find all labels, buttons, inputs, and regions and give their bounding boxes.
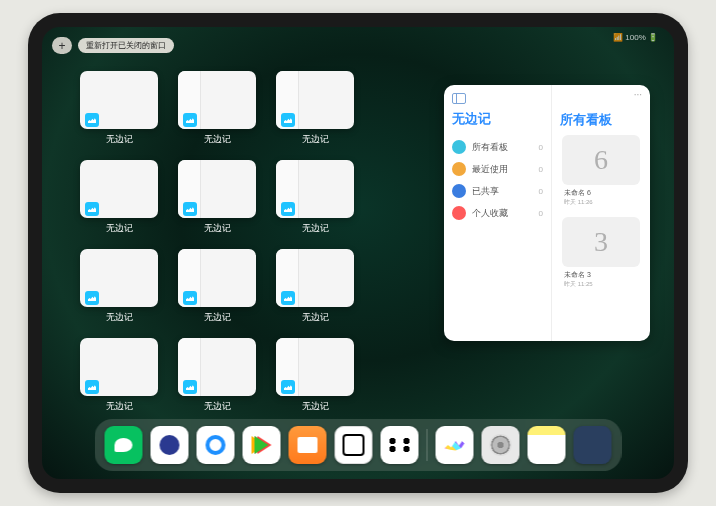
panel-boards: 所有看板 6未命名 6昨天 11:263未命名 3昨天 11:25 (552, 85, 650, 341)
settings-icon[interactable] (482, 426, 520, 464)
window-thumbnail[interactable] (276, 249, 354, 307)
nodes-icon[interactable] (381, 426, 419, 464)
quark-icon[interactable] (151, 426, 189, 464)
nav-item-count: 0 (539, 143, 543, 152)
freeform-app-icon (281, 291, 295, 305)
ipad-frame: 📶 100% 🔋 + 重新打开已关闭的窗口 无边记无边记无边记无边记无边记无边记… (28, 13, 688, 493)
dice-icon[interactable] (335, 426, 373, 464)
nav-item[interactable]: 最近使用0 (452, 158, 543, 180)
board-label: 未命名 6 (562, 188, 640, 198)
board-timestamp: 昨天 11:25 (562, 280, 640, 289)
freeform-app-icon (281, 380, 295, 394)
nav-item[interactable]: 个人收藏0 (452, 202, 543, 224)
window-label: 无边记 (302, 311, 329, 324)
freeform-sidebar-panel[interactable]: ··· 无边记 所有看板0最近使用0已共享0个人收藏0 所有看板 6未命名 6昨… (444, 85, 650, 341)
new-window-button[interactable]: + (52, 37, 72, 54)
window-thumbnail[interactable] (80, 71, 158, 129)
play-icon[interactable] (243, 426, 281, 464)
books-icon[interactable] (289, 426, 327, 464)
app-window[interactable]: 无边记 (80, 71, 158, 146)
window-thumbnail[interactable] (276, 71, 354, 129)
dock-divider (427, 429, 428, 461)
app-window[interactable]: 无边记 (276, 338, 354, 413)
board-label: 未命名 3 (562, 270, 640, 280)
app-window[interactable]: 无边记 (178, 338, 256, 413)
top-controls: + 重新打开已关闭的窗口 (52, 37, 174, 54)
nav-item[interactable]: 所有看板0 (452, 136, 543, 158)
app-window[interactable]: 无边记 (80, 249, 158, 324)
window-label: 无边记 (106, 222, 133, 235)
freeform-app-icon (281, 113, 295, 127)
window-label: 无边记 (302, 400, 329, 413)
more-options-button[interactable]: ··· (634, 89, 642, 100)
dock (95, 419, 622, 471)
nav-item[interactable]: 已共享0 (452, 180, 543, 202)
notes-icon[interactable] (528, 426, 566, 464)
nav-item-count: 0 (539, 209, 543, 218)
window-thumbnail[interactable] (80, 338, 158, 396)
window-thumbnail[interactable] (80, 160, 158, 218)
nav-item-label: 所有看板 (472, 141, 508, 154)
board-card[interactable]: 3未命名 3昨天 11:25 (562, 217, 640, 289)
freeform-app-icon (85, 113, 99, 127)
window-thumbnail[interactable] (178, 71, 256, 129)
nav-item-icon (452, 140, 466, 154)
window-thumbnail[interactable] (178, 160, 256, 218)
panel-navigation: 无边记 所有看板0最近使用0已共享0个人收藏0 (444, 85, 552, 341)
board-thumbnail: 6 (562, 135, 640, 185)
window-label: 无边记 (204, 400, 231, 413)
nav-item-label: 最近使用 (472, 163, 508, 176)
board-card[interactable]: 6未命名 6昨天 11:26 (562, 135, 640, 207)
board-thumbnail: 3 (562, 217, 640, 267)
board-timestamp: 昨天 11:26 (562, 198, 640, 207)
qqbrowser-icon[interactable] (197, 426, 235, 464)
freeform-app-icon (85, 291, 99, 305)
app-window[interactable]: 无边记 (276, 160, 354, 235)
app-window[interactable]: 无边记 (178, 160, 256, 235)
window-thumbnail[interactable] (276, 160, 354, 218)
window-thumbnail[interactable] (178, 249, 256, 307)
app-window[interactable]: 无边记 (178, 71, 256, 146)
window-label: 无边记 (106, 311, 133, 324)
app-window[interactable]: 无边记 (276, 249, 354, 324)
freeform-app-icon (85, 380, 99, 394)
panel-app-title: 无边记 (452, 110, 543, 128)
freeform-app-icon (183, 113, 197, 127)
window-label: 无边记 (302, 133, 329, 146)
nav-item-icon (452, 206, 466, 220)
nav-item-label: 个人收藏 (472, 207, 508, 220)
window-thumbnail[interactable] (178, 338, 256, 396)
app-window[interactable]: 无边记 (276, 71, 354, 146)
window-label: 无边记 (302, 222, 329, 235)
window-label: 无边记 (204, 133, 231, 146)
nav-item-count: 0 (539, 165, 543, 174)
sidebar-toggle-icon[interactable] (452, 93, 466, 104)
app-expose-grid: 无边记无边记无边记无边记无边记无边记无边记无边记无边记无边记无边记无边记 (80, 71, 440, 413)
freeform-app-icon (85, 202, 99, 216)
nav-item-label: 已共享 (472, 185, 499, 198)
window-thumbnail[interactable] (80, 249, 158, 307)
freeform-app-icon (183, 380, 197, 394)
window-thumbnail[interactable] (276, 338, 354, 396)
window-label: 无边记 (204, 311, 231, 324)
window-label: 无边记 (204, 222, 231, 235)
app-window[interactable]: 无边记 (178, 249, 256, 324)
nav-item-icon (452, 162, 466, 176)
app-window[interactable]: 无边记 (80, 338, 158, 413)
freeform-app-icon (281, 202, 295, 216)
freeform-app-icon (183, 202, 197, 216)
freeform-icon[interactable] (436, 426, 474, 464)
window-label: 无边记 (106, 400, 133, 413)
reopen-closed-window-button[interactable]: 重新打开已关闭的窗口 (78, 38, 174, 53)
ipad-screen: 📶 100% 🔋 + 重新打开已关闭的窗口 无边记无边记无边记无边记无边记无边记… (42, 27, 674, 479)
window-label: 无边记 (106, 133, 133, 146)
app-library-icon[interactable] (574, 426, 612, 464)
status-bar: 📶 100% 🔋 (613, 33, 658, 42)
app-window[interactable]: 无边记 (80, 160, 158, 235)
nav-item-icon (452, 184, 466, 198)
panel-boards-title: 所有看板 (560, 111, 642, 129)
freeform-app-icon (183, 291, 197, 305)
nav-item-count: 0 (539, 187, 543, 196)
wechat-icon[interactable] (105, 426, 143, 464)
